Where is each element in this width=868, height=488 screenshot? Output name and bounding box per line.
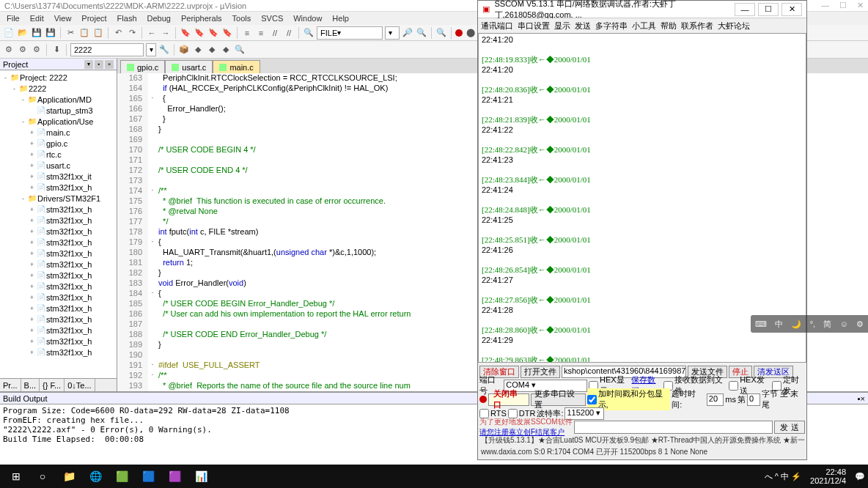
manage4-icon[interactable]: ◆ [220, 44, 232, 56]
menu-window[interactable]: Window [290, 13, 326, 23]
tree-item[interactable]: +📄stm32f1xx_it [1, 171, 115, 182]
findfiles-icon[interactable]: 🔎 [402, 27, 413, 39]
menu-help[interactable]: Help [328, 13, 353, 23]
build-close[interactable]: × [861, 394, 865, 403]
sscom-menu-item[interactable]: 串口设置 [518, 21, 550, 32]
sscom-menu-item[interactable]: 大虾论坛 [718, 21, 750, 32]
load-icon[interactable]: ⬇ [51, 44, 62, 56]
send-input[interactable] [574, 421, 773, 434]
clean-icon[interactable]: ⚙ [31, 44, 43, 56]
tree-item[interactable]: +📄main.c [1, 127, 115, 138]
proj-tab[interactable]: Pr... [0, 379, 21, 391]
manage2-icon[interactable]: ◆ [192, 44, 204, 56]
tree-item[interactable]: +📄stm32f1xx_h [1, 182, 115, 193]
search-icon[interactable]: 🔍 [416, 27, 427, 39]
bookmark3-icon[interactable]: 🔖 [207, 27, 219, 39]
tree-item[interactable]: -📁Drivers/STM32F1 [1, 193, 115, 204]
taskbar-app-icon[interactable]: 🌐 [82, 465, 108, 488]
send-button[interactable]: 发 送 [774, 421, 805, 434]
find2-combo[interactable]: ▾ [385, 26, 400, 40]
taskbar-app-icon[interactable]: ○ [29, 465, 56, 488]
sscom-maximize[interactable]: ☐ [758, 3, 779, 16]
new-icon[interactable]: 📄 [3, 27, 15, 39]
cut-icon[interactable]: ✂ [65, 27, 76, 39]
panel-btn[interactable]: ▾ [84, 60, 93, 69]
taskbar-app-icon[interactable]: 🟦 [135, 465, 161, 488]
sscom-close[interactable]: ✕ [781, 3, 802, 16]
proj-tab[interactable]: {} F... [40, 379, 65, 391]
ime-icon[interactable]: 简 [823, 319, 831, 330]
menu-view[interactable]: View [51, 13, 76, 23]
tree-item[interactable]: +📄stm32f1xx_h [1, 270, 115, 281]
find-icon[interactable]: 🔍 [303, 27, 315, 39]
tree-item[interactable]: -📁2222 [1, 83, 115, 94]
taskbar[interactable]: ⊞○📁🌐🟩🟦🟪📊 へ ^ 中 ⚡ 22:48 2021/12/4 💬 [0, 465, 868, 488]
frame-input[interactable]: 0 [747, 393, 760, 406]
sscom-minimize[interactable]: — [735, 3, 755, 16]
rebuild-icon[interactable]: ⚙ [17, 44, 29, 56]
sscom-menu-item[interactable]: 小工具 [632, 21, 656, 32]
tree-item[interactable]: -📁Project: 2222 [1, 72, 115, 83]
panel-pin[interactable]: ▪ [95, 60, 103, 69]
fwd-icon[interactable]: → [160, 27, 172, 39]
proj-tab[interactable]: 0↓Te... [65, 379, 95, 391]
close-port-button[interactable]: 关闭串口 [488, 393, 530, 406]
saveall-icon[interactable]: 💾 [45, 27, 56, 39]
menu-debug[interactable]: Debug [144, 13, 174, 23]
project-tree[interactable]: -📁Project: 2222-📁2222-📁Application/MD📄st… [0, 70, 117, 378]
taskbar-app-icon[interactable]: 📁 [56, 465, 82, 488]
tree-item[interactable]: +📄stm32f1xx_h [1, 281, 115, 292]
menu-peripherals[interactable]: Peripherals [177, 13, 226, 23]
build-icon[interactable]: ⚙ [3, 44, 15, 56]
menu-tools[interactable]: Tools [229, 13, 255, 23]
proj-tab[interactable]: B... [21, 379, 40, 391]
manage-icon[interactable]: 📦 [178, 44, 190, 56]
tree-item[interactable]: +📄stm32f1xx_h [1, 347, 115, 358]
sscom-log[interactable]: 22:41:20 [22:48:19.833]收←◆2000/01/01 22:… [478, 33, 806, 363]
notifications-icon[interactable]: 💬 [855, 472, 865, 481]
ime-icon[interactable]: ⚙ [856, 319, 864, 329]
sscom-menu-item[interactable]: 多字符串 [595, 21, 628, 32]
paste-icon[interactable]: 📋 [92, 27, 104, 39]
sscom-titlebar[interactable]: ▣ SSCOM V5.13.1 串口/网络数据调试器,作者:大虾丁丁,26180… [478, 1, 806, 18]
tree-item[interactable]: +📄stm32f1xx_h [1, 303, 115, 314]
tree-item[interactable]: +📄stm32f1xx_h [1, 325, 115, 336]
menu-file[interactable]: File [3, 13, 23, 23]
ime-icon[interactable]: 中 [775, 319, 783, 330]
menu-project[interactable]: Project [78, 13, 110, 23]
open-file-button[interactable]: 打开文件 [521, 366, 560, 378]
taskbar-app-icon[interactable]: 🟩 [108, 465, 135, 488]
taskbar-app-icon[interactable]: ⊞ [3, 465, 29, 488]
tray-icons[interactable]: へ ^ 中 ⚡ [765, 471, 801, 482]
manage3-icon[interactable]: ◆ [206, 44, 218, 56]
tree-item[interactable]: 📄startup_stm3 [1, 105, 115, 116]
ime-icon[interactable]: °, [810, 319, 815, 328]
back-icon[interactable]: ← [146, 27, 158, 39]
undo-icon[interactable]: ↶ [112, 27, 124, 39]
bookmark-icon[interactable]: 🔖 [180, 27, 191, 39]
target-combo[interactable]: 2222 [70, 43, 144, 56]
tree-item[interactable]: +📄usart.c [1, 160, 115, 171]
tree-item[interactable]: -📁Application/MD [1, 94, 115, 105]
close-icon[interactable]: ✕ [857, 1, 864, 10]
tree-item[interactable]: -📁Application/Use [1, 116, 115, 127]
file-tab-gpio.c[interactable]: gpio.c [120, 60, 165, 73]
outdent-icon[interactable]: ≡ [255, 27, 267, 39]
taskbar-clock[interactable]: 22:48 2021/12/4 [806, 467, 850, 485]
indent-icon[interactable]: ≡ [241, 27, 253, 39]
ime-icon[interactable]: 🌙 [791, 319, 801, 329]
timeout-input[interactable]: 20 [707, 393, 724, 406]
tree-item[interactable]: +📄gpio.c [1, 138, 115, 149]
maximize-icon[interactable]: ☐ [839, 1, 847, 10]
file-tab-main.c[interactable]: main.c [213, 60, 260, 73]
tree-item[interactable]: +📄rtc.c [1, 149, 115, 160]
ime-icon[interactable]: ⌨ [755, 319, 767, 329]
sscom-menu-item[interactable]: 显示 [554, 21, 570, 32]
uncomment-icon[interactable]: // [283, 27, 295, 39]
redo-icon[interactable]: ↷ [126, 27, 138, 39]
tree-item[interactable]: +📄stm32f1xx_h [1, 215, 115, 226]
record-icon[interactable] [455, 29, 463, 37]
tree-item[interactable]: +📄stm32f1xx_h [1, 259, 115, 270]
ime-icon[interactable]: ☺ [840, 319, 848, 328]
tree-item[interactable]: +📄stm32f1xx_h [1, 204, 115, 215]
